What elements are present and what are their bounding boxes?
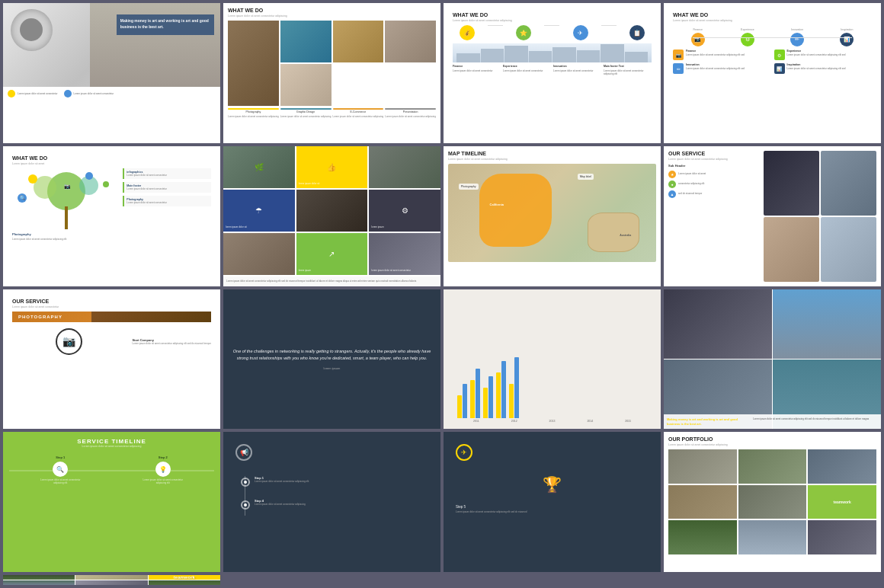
label-2: Lorem ipsum dolor sit amet consectetur bbox=[74, 92, 114, 95]
slide-15-step-label: Step 5 bbox=[456, 505, 649, 509]
tl-desc-1: Lorem ipsum dolor sit amet consectetur a… bbox=[37, 479, 83, 485]
slide-6: 🌿 👍 lorem ipsum dolor sit ☂ lorem ipsum … bbox=[223, 146, 440, 286]
cat-photography: Photography bbox=[228, 108, 279, 113]
slide-4-title: WHAT WE DO bbox=[673, 12, 872, 18]
step-circle-2 bbox=[241, 500, 250, 510]
tl-item-2: Step 2 💡 Lorem ipsum dolor sit amet cons… bbox=[140, 455, 186, 485]
info-item-4: 📊 InspirationLorem ipsum dolor sit amet … bbox=[774, 63, 873, 74]
tw-teamwork: teamwork bbox=[149, 575, 220, 580]
right-item-2: Main footer Lorem ipsum dolor sit amet c… bbox=[123, 182, 211, 193]
ci-chart: 📊 bbox=[840, 33, 854, 46]
bar-gray bbox=[385, 108, 436, 110]
tl-circle-1: 🔍 bbox=[53, 462, 68, 477]
photo-ecommerce bbox=[333, 21, 384, 62]
building-5 bbox=[552, 47, 576, 62]
sp-tablet bbox=[821, 151, 876, 216]
desc-2: Lorem ipsum dolor sit amet consectetur a… bbox=[280, 115, 332, 118]
ci-item-1: Finance 📷 bbox=[691, 28, 705, 46]
tile-photo-1: 🌿 bbox=[223, 146, 295, 188]
info-item-1: 📷 FinanceLorem ipsum dolor sit amet cons… bbox=[673, 50, 771, 60]
step-4-text: Lorem ipsum dolor sit amet consectetur a… bbox=[255, 503, 428, 507]
slide-2-subtitle: Lorem ipsum dolor sit amet consectetur a… bbox=[228, 14, 436, 18]
si-text-3: sed do eiusmod tempor bbox=[678, 193, 702, 196]
right-panel: infographics Lorem ipsum dolor sit amet … bbox=[123, 168, 211, 241]
ci-item-2: Experience ⚙ bbox=[741, 28, 754, 46]
tile-text-2: lorem ipsum dolor sit bbox=[226, 226, 247, 229]
portfolio-grid: teamwork bbox=[668, 449, 876, 554]
connector-line-2 bbox=[544, 25, 559, 26]
step-1-label: Step 1 bbox=[56, 455, 65, 459]
city-silhouette bbox=[453, 44, 652, 62]
si-icon-3: ▲ bbox=[668, 190, 676, 198]
avatar-1 bbox=[8, 90, 15, 97]
ci-camera: 📷 bbox=[691, 33, 705, 46]
bar-b5 bbox=[514, 357, 519, 418]
bar-yellow bbox=[228, 108, 279, 110]
slide-13-subtitle: Lorem ipsum dolor sit amet consectetur a… bbox=[9, 445, 214, 448]
slide-9: OUR SERVICE Lorem ipsum dolor sit amet c… bbox=[3, 289, 220, 430]
info-item-3: ✏ InnovationLorem ipsum dolor sit amet c… bbox=[673, 63, 771, 74]
info-icon-blue: ✏ bbox=[673, 63, 684, 74]
tw-building2 bbox=[75, 580, 147, 585]
tile-green: ↗ lorem ipsum bbox=[296, 233, 368, 275]
step-1-text: Lorem ipsum dolor sit amet consectetur a… bbox=[255, 481, 428, 484]
port-green: teamwork bbox=[808, 485, 876, 519]
info-text-4: InspirationLorem ipsum dolor sit amet co… bbox=[787, 63, 846, 70]
building-1 bbox=[456, 53, 480, 62]
tile-text-3: lorem ipsum bbox=[371, 226, 383, 229]
tile-text-5: lorem ipsum dolor sit amet consectetur bbox=[371, 270, 411, 273]
bar-b1 bbox=[463, 384, 467, 418]
tree-trunk bbox=[65, 206, 68, 229]
info-icon-dark: 📊 bbox=[774, 63, 785, 74]
connector-line bbox=[488, 25, 503, 26]
hero-quote: Making money is art and working is art a… bbox=[120, 18, 210, 30]
bar-blue bbox=[280, 108, 332, 110]
slide-7-title: MAP TIMELINE bbox=[448, 151, 656, 156]
slide-5: WHAT WE DO Lorem ipsum dolor sit amet 📷 … bbox=[3, 146, 220, 286]
slide-7: MAP TIMELINE Lorem ipsum dolor sit amet … bbox=[444, 146, 661, 286]
ci-item-4: Inspiration 📊 bbox=[840, 28, 854, 46]
slide-13: SERVICE TIMELINE Lorem ipsum dolor sit a… bbox=[3, 432, 220, 572]
bar-group-5 bbox=[509, 357, 519, 418]
building-4 bbox=[529, 51, 552, 62]
trophy-icon: 🏆 bbox=[456, 475, 649, 494]
tw-lake bbox=[3, 580, 75, 585]
step-inner-2 bbox=[244, 503, 247, 507]
desc-col-2: ExperienceLorem ipsum dolor sit amet con… bbox=[503, 65, 551, 75]
desc-4: Lorem ipsum dolor sit amet consectetur a… bbox=[385, 115, 436, 118]
info-text-3: InnovationLorem ipsum dolor sit amet con… bbox=[686, 63, 745, 70]
quote-text: One of the challenges in networking is r… bbox=[231, 348, 433, 362]
attribution: lorem ipsum bbox=[324, 366, 341, 370]
port-city bbox=[808, 520, 876, 554]
thumb-icon: 👍 bbox=[327, 163, 336, 171]
camera-icon: 📷 bbox=[64, 184, 71, 190]
si-text-1: Lorem ipsum dolor sit amet bbox=[678, 173, 706, 176]
main-label: Photography bbox=[12, 232, 120, 236]
timeline-v: Step 1 Lorem ipsum dolor sit amet consec… bbox=[235, 476, 428, 516]
slide-15: ✈ 🏆 Step 5 Lorem ipsum dolor sit amet co… bbox=[444, 432, 661, 572]
slide-7-subtitle: Lorem ipsum dolor sit amet consectetur a… bbox=[448, 158, 656, 161]
service-left: OUR SERVICE Lorem ipsum dolor sit amet c… bbox=[668, 151, 761, 282]
icon-experience: ⭐ bbox=[516, 25, 531, 40]
step-circle-1 bbox=[241, 478, 250, 487]
ci-item-3: Innovation ✏ bbox=[790, 28, 804, 46]
tree-panel: 📷 🔍 Photography Lorem ipsum dolor sit am… bbox=[12, 168, 120, 241]
step-inner-1 bbox=[244, 481, 247, 484]
si-icon-2: ● bbox=[668, 181, 676, 188]
port-forest bbox=[668, 520, 737, 554]
desc-1: Lorem ipsum dolor sit amet consectetur a… bbox=[228, 115, 279, 118]
bar-y3 bbox=[483, 388, 488, 418]
port-grad bbox=[668, 485, 737, 519]
slide-1-bottom: Lorem ipsum dolor sit amet consectetur L… bbox=[3, 87, 220, 101]
icon-row: 💰 ⭐ ✈ 📋 bbox=[453, 25, 652, 40]
tw-pyramid bbox=[75, 575, 147, 580]
bar-b3 bbox=[488, 376, 493, 418]
port-arches bbox=[738, 485, 807, 519]
x-label-5: 2015 bbox=[625, 420, 631, 423]
bar-b2 bbox=[476, 369, 480, 418]
australia-label: Australia bbox=[620, 234, 631, 237]
service-photos bbox=[764, 151, 876, 282]
dot-blue bbox=[85, 172, 93, 180]
slide-2: WHAT WE DO Lorem ipsum dolor sit amet co… bbox=[223, 3, 440, 143]
slide-15-step-desc: Lorem ipsum dolor sit amet consectetur a… bbox=[456, 511, 649, 514]
